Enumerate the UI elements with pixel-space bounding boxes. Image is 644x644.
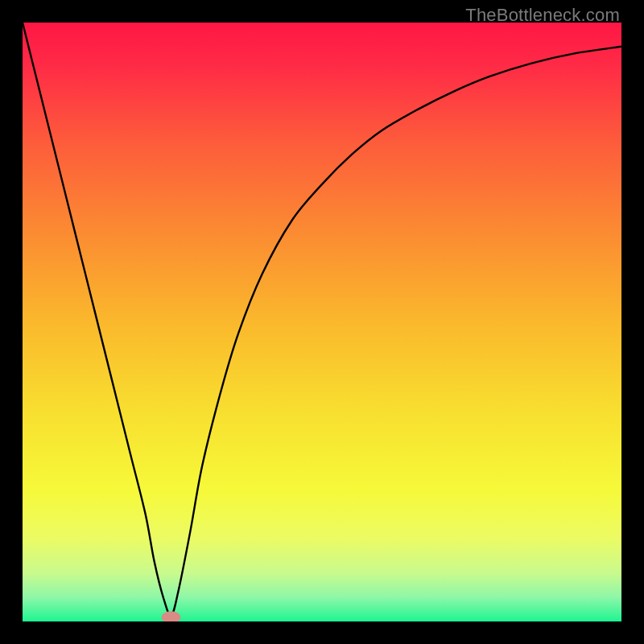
watermark-text: TheBottleneck.com [465,5,620,26]
chart-canvas [23,23,621,621]
chart-background [23,23,621,621]
plot-frame [23,23,621,621]
